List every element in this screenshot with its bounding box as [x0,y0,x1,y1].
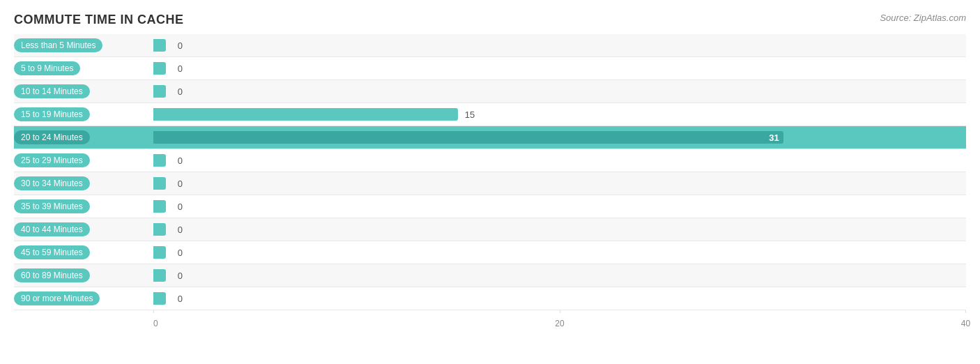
bar-row: 25 to 29 Minutes0 [14,149,966,172]
bar-value: 0 [178,225,183,235]
bar-value: 15 [465,109,475,120]
bar-area: 31 [153,126,966,149]
row-label-area: 35 to 39 Minutes [14,199,153,213]
bar: 0 [153,85,166,98]
bar-row: 45 to 59 Minutes0 [14,241,966,264]
bar-value: 0 [178,179,183,189]
bar-row: 10 to 14 Minutes0 [14,80,966,103]
row-label-area: Less than 5 Minutes [14,38,153,52]
bar: 0 [153,62,166,75]
bar: 0 [153,223,166,236]
row-label-area: 60 to 89 Minutes [14,268,153,282]
bar-row: 5 to 9 Minutes0 [14,57,966,80]
row-label: 15 to 19 Minutes [14,107,90,121]
bar-area: 0 [153,149,966,172]
source-label: Source: ZipAtlas.com [880,13,966,23]
bar-area: 15 [153,103,966,126]
row-label: 25 to 29 Minutes [14,153,90,167]
bar-area: 0 [153,195,966,218]
bar-value: 0 [178,40,183,51]
bar-value: 0 [178,248,183,258]
bar-row: 90 or more Minutes0 [14,287,966,310]
bar-value: 31 [769,132,779,143]
row-label: 45 to 59 Minutes [14,245,90,259]
row-label-area: 30 to 34 Minutes [14,176,153,190]
bar: 15 [153,108,458,121]
bar-value: 0 [178,86,183,97]
row-label-area: 5 to 9 Minutes [14,61,153,75]
row-label: 10 to 14 Minutes [14,84,90,98]
bar: 0 [153,200,166,213]
bar-row: 60 to 89 Minutes0 [14,264,966,287]
bar-area: 0 [153,172,966,195]
bar-row: 20 to 24 Minutes31 [14,126,966,149]
row-label: 40 to 44 Minutes [14,222,90,236]
bar-area: 0 [153,264,966,287]
bar: 0 [153,177,166,190]
bar: 0 [153,292,166,305]
row-label: 90 or more Minutes [14,291,100,305]
row-label-area: 90 or more Minutes [14,291,153,305]
row-label-area: 20 to 24 Minutes [14,130,153,144]
bar-area: 0 [153,34,966,56]
row-label: 20 to 24 Minutes [14,130,90,144]
bar-row: 15 to 19 Minutes15 [14,103,966,126]
bar-row: 40 to 44 Minutes0 [14,218,966,241]
bar-value: 0 [178,202,183,212]
bar: 0 [153,246,166,259]
bar-row: 30 to 34 Minutes0 [14,172,966,195]
bar-row: Less than 5 Minutes0 [14,34,966,57]
rows-container: Less than 5 Minutes05 to 9 Minutes010 to… [14,34,966,313]
row-label: Less than 5 Minutes [14,38,102,52]
bar-area: 0 [153,80,966,103]
axis-label-0: 0 [153,319,158,328]
row-label-area: 15 to 19 Minutes [14,107,153,121]
bar: 0 [153,154,166,167]
row-label: 60 to 89 Minutes [14,268,90,282]
row-label-area: 25 to 29 Minutes [14,153,153,167]
row-label-area: 10 to 14 Minutes [14,84,153,98]
bar: 31 [153,131,783,144]
bar-area: 0 [153,241,966,264]
bar: 0 [153,39,166,52]
bar-area: 0 [153,218,966,241]
bar-value: 0 [178,156,183,166]
chart-title: COMMUTE TIME IN CACHE [14,13,966,27]
bar-value: 0 [178,294,183,304]
bar-value: 0 [178,63,183,74]
chart-area: 0 20 40 Less than 5 Minutes05 to 9 Minut… [14,34,966,334]
row-label-area: 40 to 44 Minutes [14,222,153,236]
bar-value: 0 [178,271,183,281]
axis-label-40: 40 [961,319,970,328]
bar-area: 0 [153,57,966,79]
axis-label-20: 20 [555,319,564,328]
row-label-area: 45 to 59 Minutes [14,245,153,259]
row-label: 35 to 39 Minutes [14,199,90,213]
bar: 0 [153,269,166,282]
bar-area: 0 [153,287,966,310]
row-label: 5 to 9 Minutes [14,61,80,75]
chart-container: COMMUTE TIME IN CACHE Source: ZipAtlas.c… [0,0,980,364]
bar-row: 35 to 39 Minutes0 [14,195,966,218]
row-label: 30 to 34 Minutes [14,176,90,190]
